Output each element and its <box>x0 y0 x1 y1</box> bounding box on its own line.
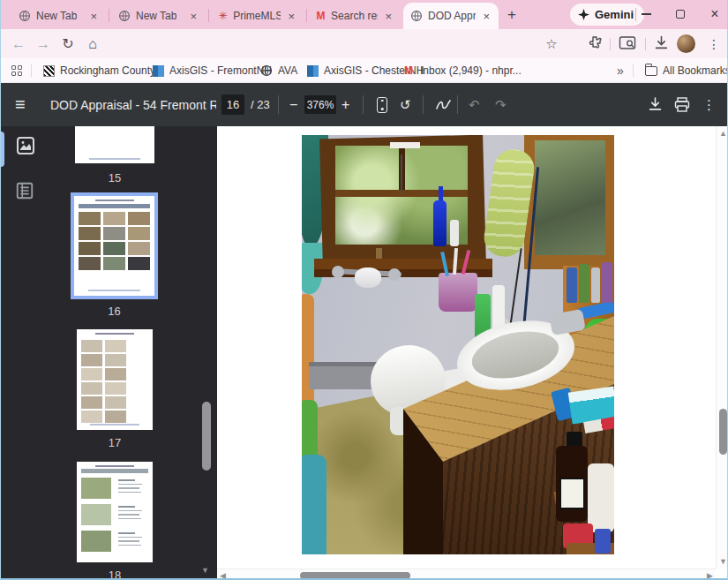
close-icon[interactable]: × <box>286 10 296 23</box>
scroll-down-arrow[interactable]: ▼ <box>719 557 727 566</box>
zoom-level-value[interactable]: 376% <box>304 95 336 114</box>
minimize-button[interactable] <box>631 0 661 28</box>
all-bookmarks-button[interactable]: All Bookmarks <box>645 62 728 79</box>
axisgis-icon <box>307 65 319 77</box>
maximize-button[interactable] <box>665 0 695 28</box>
maximize-icon <box>676 10 685 19</box>
pdf-more-menu-icon[interactable]: ⋮ <box>702 83 716 126</box>
bathroom-photo <box>302 135 614 554</box>
pdf-page-view: ▲ ▼ ◀ ▶ <box>217 126 728 580</box>
zoom-out-button[interactable]: − <box>289 83 297 126</box>
thumbnail-page-15[interactable] <box>75 126 154 163</box>
tab-dod-appraisal-active[interactable]: DOD Apprai × <box>403 3 499 29</box>
mini-title-line <box>95 200 134 201</box>
tab-new-tab-2[interactable]: New Tab × <box>111 4 206 27</box>
rockingham-icon <box>43 65 55 77</box>
sidebar-scrollbar-thumb[interactable] <box>202 402 211 471</box>
thumbnail-page-18[interactable] <box>77 462 153 562</box>
pdf-print-button[interactable] <box>674 83 690 126</box>
tab-new-tab-1[interactable]: New Tab × <box>11 4 106 27</box>
forward-button[interactable]: → <box>33 34 54 55</box>
mini-comp-row <box>81 478 148 501</box>
close-icon[interactable]: × <box>383 10 394 23</box>
scroll-up-arrow[interactable]: ▲ <box>719 129 727 138</box>
tab-primemls[interactable]: ✳ PrimeMLS D × <box>211 4 304 27</box>
scroll-right-arrow[interactable]: ▶ <box>707 571 713 580</box>
thumbnail-label-17: 17 <box>77 436 153 449</box>
vertical-scrollbar-thumb[interactable] <box>719 409 727 455</box>
downloads-icon[interactable] <box>654 35 669 51</box>
pdf-menu-icon[interactable]: ≡ <box>15 83 26 126</box>
thumbnail-page-16-selected[interactable] <box>71 192 158 299</box>
separator <box>633 64 634 77</box>
tab-label: DOD Apprai <box>428 10 476 22</box>
pen-squiggle-icon <box>435 98 453 112</box>
horizontal-scrollbar[interactable]: ◀ ▶ <box>217 569 716 580</box>
pdf-download-button[interactable] <box>648 83 663 126</box>
rotate-button[interactable]: ↺ <box>400 83 411 126</box>
bookmark-star-icon[interactable]: ☆ <box>543 34 560 55</box>
minimize-icon <box>642 13 651 15</box>
tab-label: PrimeMLS D <box>233 10 281 22</box>
close-icon[interactable]: × <box>481 10 492 23</box>
close-window-button[interactable]: × <box>700 0 728 28</box>
download-icon <box>648 97 663 112</box>
thumbnail-view-icon[interactable] <box>15 135 36 156</box>
tab-search-results[interactable]: M Search resul × <box>309 4 401 27</box>
back-button[interactable]: ← <box>8 34 29 55</box>
active-view-indicator <box>1 132 4 167</box>
sidebar-scroll-down-arrow[interactable]: ▼ <box>201 566 209 575</box>
side-panel-search-icon[interactable] <box>619 35 636 51</box>
home-button[interactable]: ⌂ <box>82 34 103 55</box>
undo-button[interactable]: ↶ <box>469 83 480 126</box>
photo-toothbrush-caddy <box>439 273 477 312</box>
tab-separator <box>208 9 209 22</box>
photo-blue-bottle <box>433 200 447 246</box>
bookmark-ava[interactable]: AVA <box>260 62 297 79</box>
pdf-document-title: DOD Appraisal - 54 Fremont Rd, C... <box>50 83 216 126</box>
scroll-left-arrow[interactable]: ◀ <box>220 571 226 580</box>
mini-title-line <box>95 465 134 467</box>
separator <box>457 95 458 114</box>
reload-button[interactable]: ↻ <box>57 34 79 55</box>
mini-footer-line <box>90 424 139 426</box>
redo-button[interactable]: ↷ <box>495 83 507 126</box>
close-icon[interactable]: × <box>88 10 99 23</box>
printer-icon <box>674 97 690 112</box>
bookmarks-overflow-chevron[interactable]: » <box>617 62 624 79</box>
close-icon[interactable]: × <box>188 10 199 23</box>
bookmark-axisgis-fremont[interactable]: AxisGIS - FremontNH <box>153 62 272 79</box>
mini-footer-line <box>88 290 139 291</box>
separator <box>645 38 646 50</box>
bookmark-label: Rockingham County... <box>60 64 163 77</box>
vertical-scrollbar[interactable]: ▲ ▼ <box>716 126 728 569</box>
primemls-icon: ✳ <box>218 10 228 22</box>
thumbnail-sidebar: 15 16 17 <box>1 126 217 580</box>
browser-window: New Tab × New Tab × ✳ PrimeMLS D × M Sea… <box>0 0 728 580</box>
document-outline-icon[interactable] <box>15 181 34 200</box>
separator <box>610 38 611 50</box>
extensions-puzzle-icon[interactable] <box>587 35 603 51</box>
bookmark-inbox[interactable]: M Inbox (2,949) - nhpr... <box>402 62 522 79</box>
bookmark-rockingham[interactable]: Rockingham County... <box>43 62 163 79</box>
globe-icon <box>19 10 31 22</box>
chrome-menu-icon[interactable]: ⋮ <box>706 34 722 55</box>
bookmarks-bar: Rockingham County... AxisGIS - FremontNH… <box>1 58 728 83</box>
bookmark-label: Inbox (2,949) - nhpr... <box>420 64 522 77</box>
annotate-button[interactable] <box>435 83 453 126</box>
new-tab-button[interactable]: + <box>502 6 522 26</box>
fit-to-page-button[interactable] <box>377 83 387 126</box>
thumbnail-page-17[interactable] <box>77 329 153 430</box>
apps-grid-icon[interactable] <box>11 65 22 76</box>
gmail-icon: M <box>402 64 415 77</box>
mini-header-bar <box>79 204 150 208</box>
zoom-in-button[interactable]: + <box>341 83 349 126</box>
pdf-toolbar: ≡ DOD Appraisal - 54 Fremont Rd, C... 16… <box>1 83 728 126</box>
globe-icon <box>410 10 423 22</box>
profile-avatar[interactable] <box>677 34 695 53</box>
horizontal-scrollbar-thumb[interactable] <box>300 572 410 579</box>
mini-header-bar <box>81 469 148 473</box>
mini-comp-row <box>81 504 148 527</box>
page-number-input[interactable]: 16 <box>221 94 244 115</box>
gemini-label: Gemini <box>595 8 634 21</box>
